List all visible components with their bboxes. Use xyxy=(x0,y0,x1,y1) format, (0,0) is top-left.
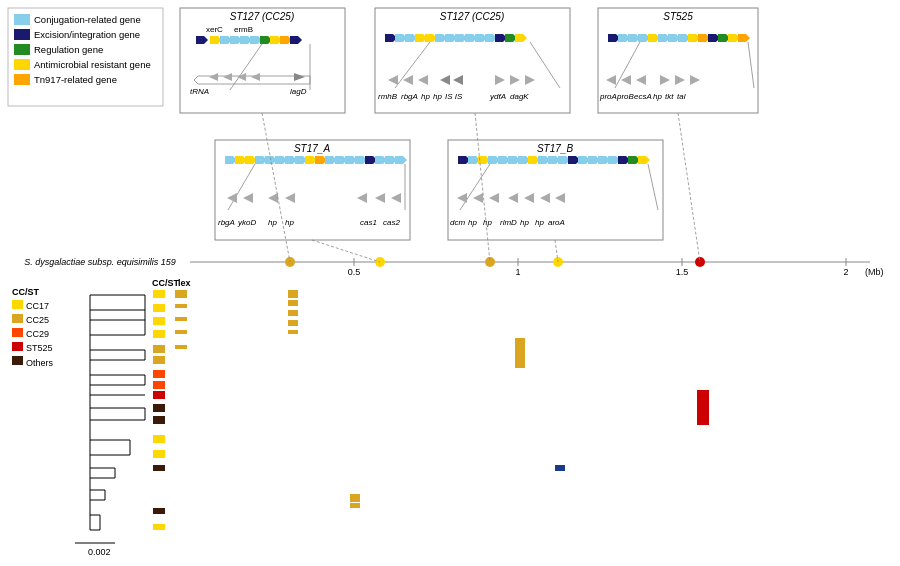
legend-tn917-label: Tn917-related gene xyxy=(34,74,117,85)
ccst-header: CC/ST xyxy=(152,278,180,288)
ykoD-label: ykoD xyxy=(237,218,256,227)
genome-label: S. dysgalactiae subsp. equisimilis 159 xyxy=(24,257,176,267)
tal-label: tal xyxy=(677,92,686,101)
hp-d2-label: hp xyxy=(483,218,492,227)
lex-bar-3 xyxy=(175,317,187,321)
IS-IS-label: IS IS xyxy=(445,92,463,101)
legend-st525-label: ST525 xyxy=(26,343,53,353)
xerC-label: xerC xyxy=(206,25,223,34)
svg-line-20 xyxy=(678,113,700,262)
legend-regulation-color xyxy=(14,44,30,55)
cas1-label: cas1 xyxy=(360,218,377,227)
bar-cc17-2 xyxy=(153,304,165,312)
st127-cc25-1-title: ST127 (CC25) xyxy=(230,11,294,22)
island-bar-blue xyxy=(555,465,565,471)
bar-cc17-1 xyxy=(153,290,165,298)
island-bar-bottom-2 xyxy=(350,503,360,508)
island-bar-2 xyxy=(288,300,298,306)
lex-bar-5 xyxy=(175,345,187,349)
island-bar-st525 xyxy=(697,390,709,425)
island-bar-4 xyxy=(288,320,298,326)
hp-a1-label: hp xyxy=(268,218,277,227)
cas2-label: cas2 xyxy=(383,218,400,227)
bar-st525-1 xyxy=(153,391,165,399)
legend-amr-label: Antimicrobial resistant gene xyxy=(34,59,151,70)
proB-label: proB xyxy=(616,92,635,101)
island-bar-3 xyxy=(288,310,298,316)
legend-cc17-color xyxy=(12,300,23,309)
bar-lower-1 xyxy=(153,435,165,443)
tRNA-label: tRNA xyxy=(190,87,209,96)
st525-title: ST525 xyxy=(663,11,693,22)
aroA-label: aroA xyxy=(548,218,565,227)
hp-label-2: hp xyxy=(433,92,442,101)
st127-cc25-2-title: ST127 (CC25) xyxy=(440,11,504,22)
legend-amr-color xyxy=(14,59,30,70)
st17b-title: ST17_B xyxy=(537,143,573,154)
dagK-label: dagK xyxy=(510,92,529,101)
rbgA-a-label: rbgA xyxy=(218,218,235,227)
bar-cc25-1 xyxy=(153,345,165,353)
ccst-legend-header: CC/ST xyxy=(12,287,40,297)
ydfA-label: ydfA xyxy=(489,92,506,101)
legend-others-label: Others xyxy=(26,358,54,368)
island-bar-5 xyxy=(288,330,298,334)
ermB-label: ermB xyxy=(234,25,253,34)
hp-d3-label: hp xyxy=(520,218,529,227)
lex-bar-4 xyxy=(175,330,187,334)
tick-05: 0.5 xyxy=(348,267,361,277)
tick-2: 2 xyxy=(843,267,848,277)
lex-header: lex xyxy=(178,278,191,288)
legend-tn917-color xyxy=(14,74,30,85)
bar-cc29-1 xyxy=(153,370,165,378)
legend-cc25-color xyxy=(12,314,23,323)
proA-label: proA xyxy=(599,92,617,101)
tkt-label: tkt xyxy=(665,92,674,101)
legend-excision-label: Excision/integration gene xyxy=(34,29,140,40)
dcm-label: dcm xyxy=(450,218,465,227)
legend-cc29-label: CC29 xyxy=(26,329,49,339)
lagD-label: lagD xyxy=(290,87,307,96)
rlmD-label: rlmD xyxy=(500,218,517,227)
tick-15: 1.5 xyxy=(676,267,689,277)
legend-conjugation-label: Conjugation-related gene xyxy=(34,14,141,25)
island-bar-cc25-big xyxy=(515,338,525,368)
bar-cc17-4 xyxy=(153,330,165,338)
mb-unit: (Mb) xyxy=(865,267,884,277)
bar-lower-2 xyxy=(153,450,165,458)
legend-conjugation-color xyxy=(14,14,30,25)
legend-others-color xyxy=(12,356,23,365)
hp-d1-label: hp xyxy=(468,218,477,227)
legend-cc29-color xyxy=(12,328,23,337)
hp-label-1: hp xyxy=(421,92,430,101)
rbgA-label: rbgA xyxy=(401,92,418,101)
legend-cc17-label: CC17 xyxy=(26,301,49,311)
legend-st525-color xyxy=(12,342,23,351)
island-bar-1 xyxy=(288,290,298,298)
legend-regulation-label: Regulation gene xyxy=(34,44,103,55)
legend-excision-color xyxy=(14,29,30,40)
bar-others-1 xyxy=(153,404,165,412)
bar-lower-4 xyxy=(153,508,165,514)
full-diagram: Conjugation-related gene Excision/integr… xyxy=(0,0,900,566)
bar-cc25-2 xyxy=(153,356,165,364)
rmhB-label: rmhB xyxy=(378,92,398,101)
lex-bar-1 xyxy=(175,290,187,298)
legend-cc25-label: CC25 xyxy=(26,315,49,325)
ecsA-label: ecsA xyxy=(634,92,652,101)
bar-lower-3 xyxy=(153,465,165,471)
scale-bar-label: 0.002 xyxy=(88,547,111,557)
phylo-tree xyxy=(90,295,145,530)
main-container: Conjugation-related gene Excision/integr… xyxy=(0,0,900,566)
tick-1: 1 xyxy=(515,267,520,277)
island-bar-bottom-1 xyxy=(350,494,360,502)
st17a-title: ST17_A xyxy=(294,143,330,154)
hp-a2-label: hp xyxy=(285,218,294,227)
bar-cc17-3 xyxy=(153,317,165,325)
hp-c-label: hp xyxy=(653,92,662,101)
svg-line-21 xyxy=(312,240,380,262)
bar-cc29-2 xyxy=(153,381,165,389)
bar-lower-5 xyxy=(153,524,165,530)
hp-d4-label: hp xyxy=(535,218,544,227)
bar-others-2 xyxy=(153,416,165,424)
